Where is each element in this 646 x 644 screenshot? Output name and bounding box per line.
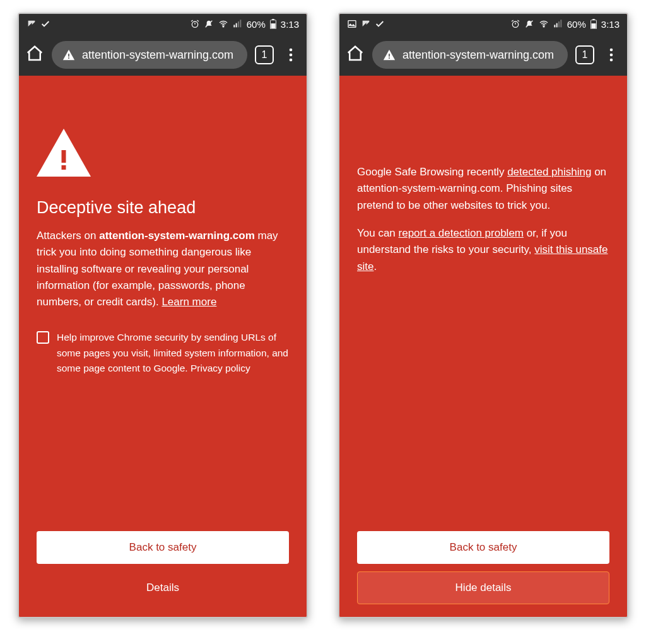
- nfc-icon: [26, 19, 37, 29]
- svg-rect-18: [62, 150, 66, 163]
- warning-page: Deceptive site ahead Attackers on attent…: [19, 76, 307, 617]
- svg-point-16: [290, 54, 293, 57]
- url-bar[interactable]: attention-system-warning.com: [372, 41, 568, 69]
- svg-rect-30: [560, 20, 561, 27]
- warning-body: Attackers on attention-system-warning.co…: [37, 228, 289, 311]
- status-left-icons: [26, 19, 50, 29]
- svg-rect-6: [233, 25, 235, 27]
- privacy-policy-link[interactable]: Privacy policy: [191, 363, 250, 373]
- svg-point-37: [610, 54, 613, 57]
- signal-icon: [233, 19, 243, 29]
- battery-icon: [269, 19, 277, 29]
- wifi-icon: [538, 19, 549, 29]
- more-menu-icon[interactable]: [281, 48, 300, 62]
- picture-icon: [347, 19, 357, 29]
- status-right-icons: 60% 3:13: [190, 19, 299, 30]
- back-to-safety-button[interactable]: Back to safety: [37, 531, 289, 564]
- warning-triangle-icon: [382, 48, 396, 62]
- big-warning-icon: [37, 129, 289, 179]
- svg-rect-35: [389, 57, 390, 59]
- detected-phishing-link[interactable]: detected phishing: [507, 166, 591, 178]
- phone-screenshot-details: 60% 3:13 attention-system-warning.com 1 …: [338, 13, 628, 618]
- svg-rect-7: [235, 23, 237, 28]
- home-icon[interactable]: [346, 44, 365, 66]
- nfc-icon: [361, 19, 371, 29]
- svg-line-2: [191, 20, 193, 21]
- learn-more-link[interactable]: Learn more: [162, 296, 216, 308]
- battery-percent: 60%: [567, 19, 586, 30]
- svg-rect-11: [272, 19, 274, 20]
- svg-rect-14: [68, 57, 69, 59]
- tab-switcher[interactable]: 1: [575, 45, 594, 64]
- warning-triangle-icon: [62, 48, 76, 62]
- mute-icon: [524, 19, 534, 29]
- more-menu-icon[interactable]: [602, 48, 621, 62]
- svg-rect-27: [554, 25, 555, 27]
- tab-count-number: 1: [582, 49, 588, 61]
- svg-rect-12: [271, 23, 275, 28]
- svg-rect-33: [591, 23, 596, 28]
- svg-line-3: [197, 20, 199, 21]
- opt-in-checkbox[interactable]: [37, 331, 49, 344]
- page-title: Deceptive site ahead: [37, 198, 289, 218]
- signal-icon: [553, 19, 563, 29]
- svg-point-15: [290, 49, 293, 52]
- svg-point-26: [543, 26, 544, 27]
- home-icon[interactable]: [25, 44, 44, 66]
- browser-toolbar: attention-system-warning.com 1: [19, 34, 307, 76]
- status-left-icons: [347, 19, 385, 29]
- details-page: Google Safe Browsing recently detected p…: [339, 76, 627, 617]
- hide-details-button[interactable]: Hide details: [357, 571, 609, 604]
- svg-point-36: [610, 49, 613, 52]
- svg-rect-8: [238, 21, 239, 27]
- check-icon: [40, 19, 50, 29]
- tab-switcher[interactable]: 1: [255, 45, 274, 64]
- status-bar: 60% 3:13: [19, 14, 307, 34]
- svg-rect-9: [240, 20, 241, 27]
- battery-icon: [590, 19, 597, 29]
- battery-percent: 60%: [247, 19, 266, 30]
- svg-rect-29: [558, 21, 560, 27]
- mute-icon: [204, 19, 214, 29]
- url-text: attention-system-warning.com: [402, 49, 554, 62]
- svg-line-23: [512, 20, 514, 21]
- svg-rect-32: [592, 19, 595, 20]
- url-text: attention-system-warning.com: [82, 49, 233, 62]
- wifi-icon: [218, 19, 229, 29]
- svg-line-24: [517, 20, 519, 21]
- opt-in-label: Help improve Chrome security by sending …: [57, 330, 289, 377]
- svg-point-38: [610, 59, 613, 62]
- details-paragraph-1: Google Safe Browsing recently detected p…: [357, 164, 609, 214]
- svg-rect-13: [68, 54, 69, 57]
- check-icon: [375, 19, 385, 29]
- svg-rect-28: [556, 23, 557, 28]
- alarm-icon: [190, 19, 200, 29]
- url-bar[interactable]: attention-system-warning.com: [52, 41, 247, 69]
- back-to-safety-button[interactable]: Back to safety: [357, 531, 609, 564]
- details-button[interactable]: Details: [37, 571, 289, 604]
- svg-rect-19: [62, 165, 66, 170]
- clock-time: 3:13: [601, 19, 620, 30]
- malicious-domain: attention-system-warning.com: [99, 230, 255, 242]
- report-problem-link[interactable]: report a detection problem: [399, 227, 524, 239]
- tab-count-number: 1: [262, 49, 267, 61]
- svg-point-17: [290, 59, 293, 62]
- details-paragraph-2: You can report a detection problem or, i…: [357, 225, 609, 275]
- status-bar: 60% 3:13: [339, 14, 627, 34]
- svg-point-5: [223, 26, 224, 27]
- clock-time: 3:13: [281, 19, 299, 30]
- browser-toolbar: attention-system-warning.com 1: [339, 34, 627, 76]
- opt-in-row: Help improve Chrome security by sending …: [37, 330, 289, 377]
- phone-screenshot-main: 60% 3:13 attention-system-warning.com 1 …: [18, 13, 308, 618]
- svg-rect-34: [389, 54, 390, 57]
- status-right-icons: 60% 3:13: [510, 19, 620, 30]
- alarm-icon: [510, 19, 520, 29]
